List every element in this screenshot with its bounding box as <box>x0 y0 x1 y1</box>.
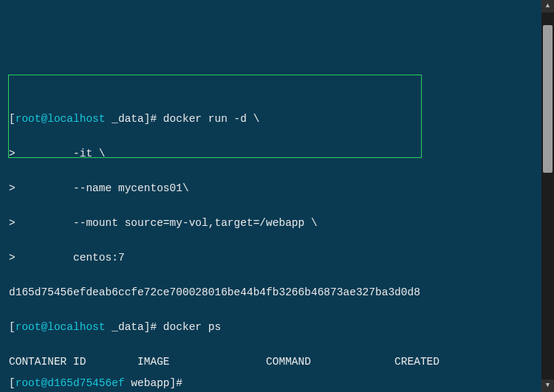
scroll-up-button[interactable]: ▲ <box>541 0 554 13</box>
scroll-down-button[interactable]: ▼ <box>541 379 554 392</box>
cmd-text: docker run -d \ <box>163 113 260 125</box>
cmd-docker-run-l0: [root@localhost _data]# docker run -d \ <box>9 111 545 128</box>
prompt-path: _data <box>106 113 144 125</box>
cmd-docker-ps: [root@localhost _data]# docker ps <box>9 319 545 337</box>
prompt-open: [ <box>9 113 16 125</box>
cmd-docker-run-l2: > --name mycentos01\ <box>9 180 545 198</box>
container-hash: d165d75456efdeab6ccfe72ce700028016be44b4… <box>9 284 545 302</box>
prompt-final[interactable]: [root@d165d75456ef webapp]# <box>9 375 189 392</box>
terminal-area[interactable]: [root@localhost _data]# docker run -d \ … <box>0 69 554 392</box>
scrollbar-thumb[interactable] <box>543 25 553 173</box>
prompt-close: ]# <box>144 113 163 125</box>
cmd-docker-run-l3: > --mount source=my-vol,target=/webapp \ <box>9 215 545 233</box>
prompt-userhost: root@localhost <box>16 113 106 125</box>
cmd-docker-run-l4: > centos:7 <box>9 250 545 267</box>
scrollbar-vertical[interactable]: ▲ ▼ <box>541 0 554 392</box>
cmd-docker-run-l1: > -it \ <box>9 145 545 163</box>
ps-header-1: CONTAINER ID IMAGE COMMAND CREATED <box>9 354 545 371</box>
scrollbar-track[interactable] <box>541 13 554 379</box>
